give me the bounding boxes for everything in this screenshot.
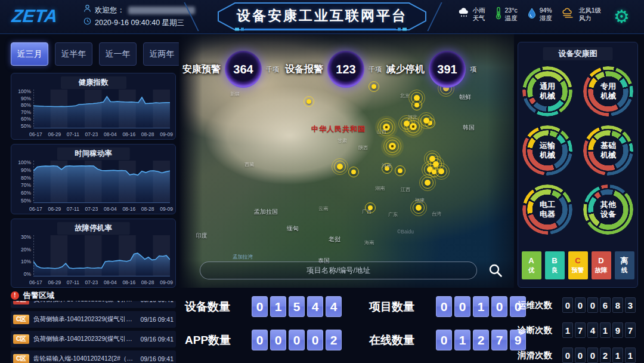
map-marker[interactable] (383, 124, 390, 131)
map-marker[interactable] (337, 164, 343, 170)
digit-box: 2 (326, 330, 342, 350)
time-button-近两年[interactable]: 近两年 (143, 42, 181, 66)
digit-box: 1 (562, 322, 573, 338)
y-tick: 100% (18, 159, 31, 165)
digit-box: 0 (587, 347, 598, 363)
alert-time: 09/16 09:41 (141, 336, 174, 343)
gauge-label-line1: 运输 (540, 141, 555, 150)
weather-text: 23°c温度 (505, 7, 518, 22)
gauge-label-line1: 基础 (600, 141, 616, 150)
alert-row-2[interactable]: C区负荷侧轴承-10401202329(煤气引风机电...09/16 09:41 (11, 331, 176, 347)
map-marker[interactable] (416, 205, 422, 211)
digit-box: 7 (491, 330, 507, 350)
digit-group: 01544 (252, 296, 342, 317)
alert-row-3[interactable]: C区齿轮箱输入端-10401202412(2#（2V）...09/16 09:4… (11, 350, 176, 363)
map-marker[interactable] (438, 168, 444, 174)
chart-title: 故障停机率 (57, 222, 130, 235)
alert-row-1[interactable]: C区负荷侧轴承-10401202329(煤气引风机电...09/16 09:41 (11, 311, 176, 328)
map-marker[interactable] (306, 99, 311, 104)
map-marker[interactable] (414, 103, 419, 107)
alert-zone-badge: C区 (13, 334, 29, 344)
stat-label: 安康预警 (182, 63, 221, 76)
username-blurred (128, 7, 195, 14)
x-tick: 09-09 (160, 279, 173, 285)
stat-unit: 千项 (266, 65, 279, 74)
gauge-通用机械: 通用机械 (522, 66, 572, 116)
search-icon[interactable] (488, 263, 503, 278)
equipment-health-panel: 设备安康图 通用机械专用机械运输机械基础机械电工电器其他设备 A优B良C预警D故… (518, 42, 638, 288)
counter-设备数量: 设备数量01544 (185, 296, 342, 317)
counter-label: 设备数量 (185, 299, 252, 315)
gauge-电工电器: 电工电器 (522, 184, 572, 235)
digit-group: 000211 (562, 347, 636, 363)
digit-box: 1 (612, 347, 623, 363)
map-marker[interactable] (423, 118, 429, 124)
counter-label: APP数量 (185, 333, 252, 348)
counter-label: 项目数量 (369, 299, 436, 315)
x-tick: 07-11 (67, 131, 79, 137)
map-marker[interactable] (398, 168, 402, 173)
map-marker[interactable] (425, 180, 431, 186)
map-label-老挝: 老挝 (329, 235, 340, 244)
digit-box: 1 (473, 296, 489, 317)
stat-减少停机: 减少停机391项 (386, 51, 476, 88)
wind-icon (562, 8, 576, 21)
chart-yaxis: 100%90%80%70%60%50% (14, 159, 31, 204)
y-tick: 70% (21, 109, 31, 115)
china-map[interactable]: 朝鲜韩国孟加拉国印度缅甸老挝泰国海南台湾孟加拉湾北京河北山西陕西甘肃河南湖南江西… (179, 34, 514, 288)
map-marker[interactable] (368, 205, 373, 210)
thermometer-icon (495, 7, 502, 22)
x-tick: 08-28 (141, 279, 154, 285)
map-label-湖南: 湖南 (375, 185, 385, 192)
x-tick: 08-28 (141, 206, 154, 212)
counter-label: 运维次数 (518, 300, 557, 311)
digit-box: 0 (562, 347, 573, 363)
map-marker[interactable] (410, 123, 417, 130)
time-button-近半年[interactable]: 近半年 (55, 42, 92, 66)
legend-故障: D故障 (592, 251, 611, 279)
digit-group: 01279 (436, 330, 526, 350)
weather-text: 小雨天气 (473, 7, 485, 22)
time-button-近三月[interactable]: 近三月 (11, 42, 48, 66)
search-input[interactable] (200, 262, 477, 279)
x-tick: 06-17 (29, 131, 42, 137)
chart-yaxis: 100%90%80%70%60%50% (14, 88, 31, 129)
map-label-孟加拉湾: 孟加拉湾 (233, 254, 253, 261)
digit-box: 0 (587, 297, 598, 313)
gauge-label-line1: 通用 (540, 82, 555, 91)
digit-group: 174197 (562, 322, 636, 338)
digit-box: 0 (575, 347, 586, 363)
map-marker[interactable] (389, 143, 396, 150)
counter-APP数量: APP数量00002 (185, 330, 342, 350)
map-label-缅甸: 缅甸 (287, 224, 299, 233)
map-label-江西: 江西 (401, 186, 410, 193)
chart-xaxis: 06-1706-2907-1107-2308-0408-1608-2809-09 (29, 206, 173, 212)
y-tick: 90% (21, 167, 31, 173)
digit-box: 6 (600, 297, 611, 313)
counter-润滑次数: 润滑次数000211 (518, 347, 636, 363)
y-tick: 60% (21, 116, 31, 122)
legend-预警: C预警 (568, 251, 588, 279)
counter-label: 润滑次数 (518, 350, 557, 361)
map-marker[interactable] (351, 170, 356, 174)
digit-box: 0 (270, 330, 286, 350)
map-marker[interactable] (385, 166, 389, 171)
legend-letter: 离 (621, 256, 628, 266)
counter-label: 诊断次数 (518, 325, 557, 336)
digit-box: 0 (436, 330, 452, 350)
map-label-陕西: 陕西 (358, 144, 368, 151)
digit-box: 0 (491, 296, 507, 317)
weather-text: 北风1级风力 (579, 7, 601, 22)
header-bar: ZETA 欢迎您： 2020-9-16 09:40:40 星期三 设备安康工业互… (0, 0, 644, 34)
digit-box: 0 (252, 330, 268, 350)
time-button-近一年[interactable]: 近一年 (99, 42, 137, 66)
digit-box: 0 (562, 297, 573, 313)
weather-value: 小雨 (473, 7, 485, 14)
counter-项目数量: 项目数量00100 (369, 296, 526, 317)
alert-section-header: ! 告警区域 (11, 290, 54, 301)
alert-row-0[interactable]: D区负荷侧轴承-10401202329(煤气引风机电...09/16 09:41 (11, 301, 176, 308)
stat-label: 减少停机 (386, 63, 425, 76)
gear-icon[interactable]: ⚙ (614, 5, 630, 29)
digit-box: 4 (326, 296, 342, 317)
chart-title: 健康指数 (61, 76, 126, 89)
